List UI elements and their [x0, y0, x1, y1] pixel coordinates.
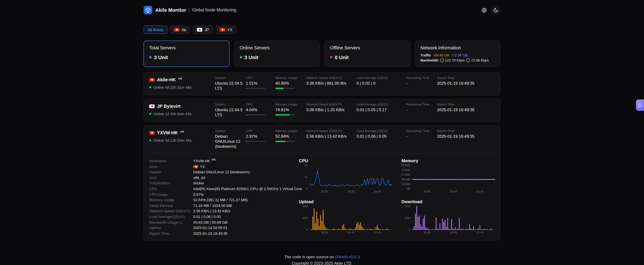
region-badge: HK: [180, 130, 184, 133]
cpu-chart-canvas: [310, 165, 392, 189]
detail-label: Virtualization: [149, 180, 193, 186]
detail-row: Swap Memory 71.19 MB / 1024.00 MB: [149, 203, 299, 208]
traffic-label: Traffic: [420, 53, 431, 57]
chart-y-axis: 20100: [299, 164, 310, 190]
chart-y-axis: 50M25M0: [402, 204, 412, 231]
chart-memory: Memory 954MB763MB572MB381MB191MB0B 16:35…: [402, 158, 495, 195]
status-uptime-text: Online 1d 15h 54m 43s: [153, 112, 192, 116]
dark-mode-toggle-button[interactable]: [492, 6, 500, 15]
detail-region-badge: HK: [212, 157, 216, 163]
system-cell: SystemDebian GNU/Linux 12 (bookworm): [215, 129, 246, 149]
network-speed-value: 2.56 KB/s | 13.42 KB/s: [306, 134, 354, 139]
detail-row: Report Time 2025-01-19 16:49:35: [149, 230, 299, 236]
bandwidth-upload-value: ↑122.70 Kbps: [440, 58, 464, 62]
server-details-panel: Hostname YXVM-HK HK Area YX System Debia…: [149, 153, 495, 236]
server-name: Akile-HK: [157, 77, 176, 82]
server-name: YXVM-HK: [157, 130, 178, 135]
detail-value: 0.01 | 0.06 | 0.05: [193, 214, 221, 219]
download-chart-canvas: [412, 206, 495, 230]
chart-title: Upload: [299, 199, 392, 204]
country-flag-icon: [149, 78, 155, 82]
bandwidth-download-value: ↓72.08 Kbps: [466, 58, 489, 62]
load-cell: Load Average (1|5|15)0.01 | 0.05 | 0.17: [356, 102, 406, 113]
memory-value: 40.95%: [276, 81, 304, 86]
load-average-value: 0.01 | 0.05 | 0.17: [356, 108, 404, 113]
chart-x-axis: 16:3516:4016:45: [412, 230, 495, 234]
memory-cell: Memory Usage52.84%: [276, 129, 306, 142]
memory-value: 52.84%: [276, 134, 304, 139]
report-time-value: 2025-01-19 16:49:35: [437, 134, 492, 139]
server-list: Akile-HK HK Online 4d 22h 31m 48s System…: [144, 72, 500, 241]
filter-ak[interactable]: Ak: [170, 26, 190, 34]
page-footer: The code is open source on GitHub v0.0.3…: [0, 255, 644, 265]
cpu-value: 1.01%: [246, 81, 273, 86]
offline-dot: [330, 56, 332, 59]
detail-label: Arch: [149, 175, 193, 180]
filter-jp[interactable]: JP: [193, 26, 213, 34]
upload-chart-canvas: [310, 206, 392, 230]
report-cell: Report Time2025-01-19 16:49:35: [437, 129, 495, 139]
chart-title: CPU: [299, 158, 392, 163]
filter-yx[interactable]: YX: [216, 26, 237, 34]
floating-widget-button[interactable]: [636, 99, 644, 111]
load-average-value: 0.01 | 0.06 | 0.05: [356, 134, 404, 139]
network-cell: Network Speed (IN|OUT)3.36 KB/s | 681.00…: [306, 76, 356, 86]
copyright-line: Copyright © 2023-2025 Akile LTD.: [0, 261, 644, 265]
traffic-download-value: ↓72.56 GB: [451, 53, 468, 57]
load-average-value: 0 | 0.02 | 0: [356, 81, 404, 86]
detail-row: Virtualization docker: [149, 180, 299, 186]
detail-row: System Debian GNU/Linux 12 (bookworm): [149, 169, 299, 175]
remaining-cell: Remaining Time-: [406, 102, 437, 113]
online-dot: [240, 56, 242, 59]
detail-label: Bandwidth Usage↑|↓: [149, 219, 193, 225]
server-row-jp-bytevirt[interactable]: JP Bytevirt Online 1d 15h 54m 43s System…: [144, 99, 500, 122]
area-filters: All AreasAkJPYX: [144, 26, 500, 34]
filter-label: YX: [227, 27, 232, 32]
detail-row: Arch x86_64: [149, 175, 299, 180]
detail-row: Load Average(1|5|15) 0.01 | 0.06 | 0.05: [149, 214, 299, 219]
page-subtitle: Global Node Monitoring: [192, 8, 236, 13]
cpu-value: 2.97%: [246, 134, 273, 139]
detail-row: Memory Usage 52.84% (381.11 MB / 721.27 …: [149, 197, 299, 203]
server-row-yxvm-hk[interactable]: YXVM-HK HK Online 5d 13h 53m 45s SystemD…: [144, 125, 500, 241]
load-cell: Load Average (1|5|15)0.01 | 0.06 | 0.05: [356, 129, 406, 139]
report-cell: Report Time2025-01-19 16:49:36: [437, 102, 495, 113]
server-row-akile-hk[interactable]: Akile-HK HK Online 4d 22h 31m 48s System…: [144, 72, 500, 95]
cpu-meter: [246, 141, 265, 142]
filter-all-areas[interactable]: All Areas: [144, 26, 168, 34]
cpu-meter: [246, 114, 265, 116]
language-toggle-button[interactable]: [480, 6, 489, 15]
chart-download: Download 50M25M0 16:3516:4016:45: [402, 199, 495, 236]
card-title: Network Information: [420, 45, 495, 50]
flag-icon: [174, 28, 180, 32]
card-title: Offline Servers: [330, 45, 404, 50]
server-identity-cell: YXVM-HK HK Online 5d 13h 53m 45s: [149, 129, 215, 142]
detail-label: Load Average(1|5|15): [149, 214, 193, 219]
detail-flag-icon: [193, 165, 198, 168]
total-value: 3 Unit: [154, 54, 168, 60]
chart-x-axis: 16:3516:4016:45: [412, 189, 495, 193]
stat-cards: Total Servers 3 Unit Online Servers 3 Un…: [144, 41, 500, 67]
chat-icon: [638, 103, 642, 107]
card-title: Online Servers: [240, 45, 314, 50]
cpu-cell: CPU1.01%: [246, 76, 276, 89]
memory-chart-canvas: [412, 165, 495, 189]
network-information-card: Network Information Traffic ↑69.49 GB ↓7…: [415, 41, 500, 67]
chart-upload: Upload 50M25M0 16:3516:4016:45: [299, 199, 392, 236]
offline-value: 0 Unit: [335, 54, 349, 60]
country-flag-icon: [149, 104, 155, 108]
detail-label: Memory Usage: [149, 197, 193, 203]
app-title: Akile Monitor: [155, 8, 186, 13]
memory-meter: [276, 141, 295, 142]
memory-cell: Memory Usage74.81%: [276, 102, 306, 116]
bandwidth-label: Bandwidth: [420, 58, 438, 62]
github-link[interactable]: GitHub v0.0.3: [335, 255, 360, 259]
report-cell: Report Time2025-01-19 16:49:35: [437, 76, 495, 86]
header-actions: [480, 6, 500, 15]
detail-row: Hostname YXVM-HK HK: [149, 158, 299, 164]
filter-label: Ak: [182, 27, 186, 32]
detail-label: Uptime: [149, 225, 193, 230]
network-speed-value: 3.36 KB/s | 681.00 B/s: [306, 81, 354, 86]
detail-row: Area YX: [149, 164, 299, 169]
offline-servers-card: Offline Servers 0 Unit: [324, 41, 410, 67]
